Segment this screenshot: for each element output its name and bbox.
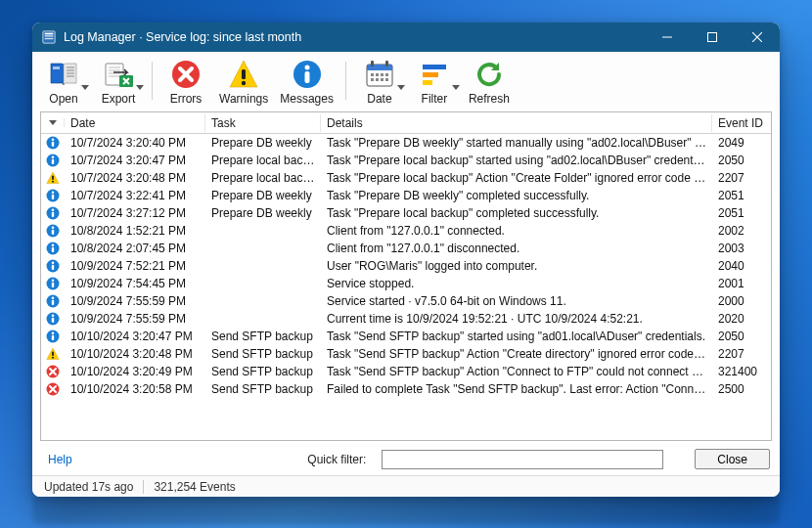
row-task: Send SFTP backup [205, 365, 321, 378]
row-eventid: 2000 [712, 294, 771, 308]
info-icon [46, 136, 60, 150]
filter-label: Filter [422, 92, 448, 106]
help-link[interactable]: Help [48, 453, 72, 466]
app-window: Log Manager · Service log: since last mo… [32, 22, 780, 497]
grid-body[interactable]: 10/7/2024 3:20:40 PMPrepare DB weeklyTas… [41, 134, 771, 440]
minimize-button[interactable] [645, 22, 690, 52]
table-row[interactable]: 10/10/2024 3:20:48 PMSend SFTP backupTas… [41, 345, 771, 363]
svg-rect-39 [423, 65, 446, 69]
table-row[interactable]: 10/7/2024 3:27:12 PMPrepare DB weeklyTas… [41, 204, 771, 222]
svg-rect-33 [381, 73, 383, 76]
close-button[interactable]: Close [695, 449, 770, 469]
column-label: Details [327, 116, 363, 130]
row-type-cell [41, 242, 65, 255]
export-excel-icon [102, 58, 135, 91]
table-row[interactable]: 10/7/2024 3:22:41 PMPrepare DB weeklyTas… [41, 187, 771, 204]
column-header-eventid[interactable]: Event ID [712, 114, 771, 132]
maximize-button[interactable] [690, 22, 735, 52]
svg-rect-41 [423, 80, 432, 85]
row-task: Send SFTP backup [205, 347, 321, 361]
refresh-button[interactable]: Refresh [462, 56, 517, 108]
table-row[interactable]: 10/9/2024 7:52:21 PMUser "ROG\Maris" log… [41, 257, 771, 275]
close-window-button[interactable] [735, 22, 780, 52]
svg-rect-37 [381, 78, 383, 81]
svg-rect-38 [385, 78, 388, 81]
svg-rect-3 [45, 38, 54, 39]
row-type-cell [41, 294, 65, 308]
svg-rect-40 [423, 72, 438, 77]
table-row[interactable]: 10/9/2024 7:55:59 PMService started · v7… [41, 292, 771, 310]
table-row[interactable]: 10/9/2024 7:55:59 PMCurrent time is 10/9… [41, 310, 771, 328]
row-eventid: 2500 [712, 382, 771, 396]
calendar-icon [363, 58, 396, 91]
column-label: Event ID [718, 116, 763, 130]
close-icon [752, 32, 762, 42]
table-row[interactable]: 10/7/2024 3:20:48 PMPrepare local backup… [41, 169, 771, 187]
errors-label: Errors [170, 92, 203, 106]
status-separator [143, 480, 144, 494]
errors-filter-button[interactable]: Errors [158, 56, 213, 108]
sort-indicator-icon [49, 120, 57, 125]
row-details: Task "Send SFTP backup" Action "Create d… [321, 347, 712, 361]
toolbar: Open Export [32, 52, 780, 108]
filter-button[interactable]: Filter [407, 56, 462, 108]
table-row[interactable]: 10/10/2024 3:20:58 PMSend SFTP backupFai… [41, 380, 771, 398]
info-icon [46, 330, 60, 343]
export-button[interactable]: Export [91, 56, 146, 108]
column-header-date[interactable]: Date [65, 114, 205, 132]
filter-icon [418, 58, 451, 91]
row-date: 10/9/2024 7:54:45 PM [65, 277, 205, 290]
row-details: Client from "127.0.0.1" disconnected. [321, 242, 712, 255]
table-row[interactable]: 10/7/2024 3:20:40 PMPrepare DB weeklyTas… [41, 134, 771, 152]
row-details: Task "Send SFTP backup" started using "a… [321, 330, 712, 343]
row-task: Send SFTP backup [205, 382, 321, 396]
svg-rect-2 [45, 35, 54, 36]
status-bar: Updated 17s ago 321,254 Events [32, 475, 780, 497]
row-date: 10/8/2024 2:07:45 PM [65, 242, 205, 255]
column-header-task[interactable]: Task [205, 114, 321, 132]
messages-label: Messages [280, 92, 334, 106]
row-details: Task "Prepare local backup" completed su… [321, 206, 712, 220]
refresh-label: Refresh [469, 92, 510, 106]
row-eventid: 2002 [712, 224, 771, 238]
chevron-down-icon [136, 85, 144, 90]
table-row[interactable]: 10/7/2024 3:20:47 PMPrepare local backup… [41, 152, 771, 169]
open-button[interactable]: Open [36, 56, 91, 108]
svg-point-23 [242, 81, 246, 85]
messages-filter-button[interactable]: Messages [274, 56, 339, 108]
book-open-icon [47, 58, 80, 91]
info-icon [46, 312, 60, 326]
quick-filter-label: Quick filter: [307, 453, 366, 466]
row-type-cell [41, 206, 65, 220]
row-date: 10/10/2024 3:20:58 PM [65, 382, 205, 396]
info-icon [46, 224, 60, 238]
table-row[interactable]: 10/10/2024 3:20:47 PMSend SFTP backupTas… [41, 328, 771, 345]
row-details: Client from "127.0.0.1" connected. [321, 224, 712, 238]
warnings-filter-button[interactable]: Warnings [213, 56, 274, 108]
row-task: Prepare local backup [205, 171, 321, 185]
table-row[interactable]: 10/8/2024 2:07:45 PMClient from "127.0.0… [41, 240, 771, 257]
row-date: 10/10/2024 3:20:48 PM [65, 347, 205, 361]
column-header-type[interactable] [41, 118, 65, 127]
grid-header: Date Task Details Event ID [41, 112, 771, 134]
table-row[interactable]: 10/10/2024 3:20:49 PMSend SFTP backupTas… [41, 363, 771, 380]
row-eventid: 2001 [712, 277, 771, 290]
titlebar[interactable]: Log Manager · Service log: since last mo… [32, 22, 780, 52]
row-details: Task "Prepare local backup" Action "Crea… [321, 171, 712, 185]
quick-filter-input[interactable] [382, 450, 663, 469]
row-type-cell [41, 382, 65, 396]
table-row[interactable]: 10/9/2024 7:54:45 PMService stopped.2001 [41, 275, 771, 292]
row-type-cell [41, 189, 65, 202]
svg-rect-32 [376, 73, 379, 76]
row-type-cell [41, 224, 65, 238]
chevron-down-icon [397, 85, 405, 90]
row-details: Task "Prepare DB weekly" completed succe… [321, 189, 712, 202]
svg-rect-12 [53, 66, 60, 69]
row-task: Prepare DB weekly [205, 206, 321, 220]
column-header-details[interactable]: Details [321, 114, 712, 132]
table-row[interactable]: 10/8/2024 1:52:21 PMClient from "127.0.0… [41, 222, 771, 240]
minimize-icon [662, 32, 672, 42]
row-details: Failed to complete Task "Send SFTP backu… [321, 382, 712, 396]
date-filter-button[interactable]: Date [352, 56, 407, 108]
row-eventid: 2050 [712, 330, 771, 343]
